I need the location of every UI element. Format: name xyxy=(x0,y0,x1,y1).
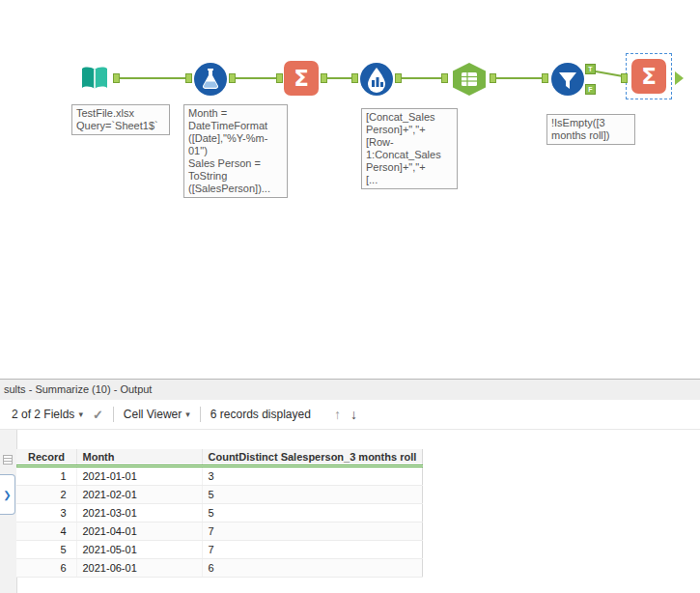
tool-summarize-selected[interactable]: Σ xyxy=(631,59,666,94)
record-cell[interactable]: 2 xyxy=(16,486,76,504)
flask-icon xyxy=(193,62,228,97)
water-drop-icon xyxy=(359,62,394,97)
data-cell[interactable]: 2021-03-01 xyxy=(76,504,202,522)
record-cell[interactable]: 3 xyxy=(16,504,76,522)
fields-dropdown[interactable]: 2 of 2 Fields ▾ xyxy=(12,408,83,421)
workflow-output-arrow[interactable] xyxy=(675,71,684,85)
annotation-multi-row[interactable]: [Concat_Sales Person]+","+ [Row- 1:Conca… xyxy=(361,108,458,189)
alteryx-window: Σ xyxy=(0,0,700,593)
tool-summarize[interactable]: Σ xyxy=(284,61,319,96)
results-panel-title: sults - Summarize (10) - Output xyxy=(0,380,700,401)
data-cell[interactable]: 6 xyxy=(202,559,423,578)
false-port-label: F xyxy=(588,86,592,93)
data-cell[interactable]: 2021-04-01 xyxy=(76,522,202,541)
true-port-label: T xyxy=(588,66,592,72)
tool-filter[interactable] xyxy=(550,62,585,97)
input-port[interactable] xyxy=(542,73,548,83)
connection-line xyxy=(496,77,542,79)
sigma-icon: Σ xyxy=(284,61,319,96)
row-selector-icon[interactable] xyxy=(3,451,13,461)
record-cell[interactable]: 6 xyxy=(16,559,76,578)
down-arrow-icon[interactable]: ↓ xyxy=(350,407,357,422)
output-port[interactable] xyxy=(395,73,402,83)
annotation-filter[interactable]: !IsEmpty([3 months roll]) xyxy=(546,114,635,145)
false-output-port[interactable]: F xyxy=(585,84,596,95)
workflow-canvas[interactable]: Σ xyxy=(0,0,700,379)
data-cell[interactable]: 5 xyxy=(202,504,423,522)
input-port[interactable] xyxy=(441,73,448,83)
table-row[interactable]: 52021-05-017 xyxy=(16,541,423,559)
table-header-row: Record Month CountDistinct Salesperson_3… xyxy=(16,449,423,466)
column-header-month[interactable]: Month xyxy=(76,449,202,466)
record-cell[interactable]: 5 xyxy=(16,541,76,559)
record-cell[interactable]: 4 xyxy=(16,522,76,541)
input-port[interactable] xyxy=(621,73,628,83)
connection-line xyxy=(402,77,441,79)
data-cell[interactable]: 2021-01-01 xyxy=(76,466,202,486)
data-cell[interactable]: 2021-05-01 xyxy=(76,541,202,559)
input-port[interactable] xyxy=(276,73,283,83)
table-row[interactable]: 32021-03-015 xyxy=(16,504,423,522)
annotation-formula[interactable]: Month = DateTimeFormat ([Date],"%Y-%m- 0… xyxy=(183,104,288,198)
chevron-right-icon: ❯ xyxy=(3,490,11,500)
results-toolbar: 2 of 2 Fields ▾ ✓ Cell Viewer ▾ 6 record… xyxy=(0,400,700,430)
data-cell[interactable]: 3 xyxy=(202,466,423,486)
tool-input-data[interactable] xyxy=(77,62,112,97)
output-port[interactable] xyxy=(113,73,120,83)
sigma-glyph: Σ xyxy=(641,64,657,89)
table-row[interactable]: 12021-01-013 xyxy=(16,466,423,486)
tool-formula[interactable] xyxy=(193,62,228,97)
data-cell[interactable]: 5 xyxy=(202,486,423,504)
connection-line xyxy=(120,77,185,79)
true-output-port[interactable]: T xyxy=(585,64,596,74)
apply-check-icon[interactable]: ✓ xyxy=(93,408,103,422)
up-arrow-icon[interactable]: ↑ xyxy=(334,407,341,422)
fields-dropdown-label: 2 of 2 Fields xyxy=(12,408,74,421)
data-cell[interactable]: 2021-02-01 xyxy=(76,486,202,504)
data-cell[interactable]: 7 xyxy=(202,541,423,559)
chevron-down-icon: ▾ xyxy=(185,409,190,419)
sigma-icon: Σ xyxy=(631,59,666,94)
cell-viewer-label: Cell Viewer xyxy=(124,408,182,421)
book-icon xyxy=(77,62,112,97)
connection-line xyxy=(327,77,351,79)
output-port[interactable] xyxy=(490,73,496,83)
tool-multi-row-formula[interactable] xyxy=(359,62,394,97)
toolbar-separator xyxy=(113,407,114,422)
column-header-record[interactable]: Record xyxy=(16,449,76,466)
tool-hexagon-table[interactable] xyxy=(450,62,489,97)
toolbar-separator xyxy=(200,407,201,422)
results-table: Record Month CountDistinct Salesperson_3… xyxy=(16,449,423,578)
table-row[interactable]: 22021-02-015 xyxy=(16,486,423,504)
table-row[interactable]: 42021-04-017 xyxy=(16,522,423,541)
input-port[interactable] xyxy=(351,73,358,83)
records-count-label: 6 records displayed xyxy=(210,408,311,421)
output-port[interactable] xyxy=(229,73,236,83)
table-row[interactable]: 62021-06-016 xyxy=(16,559,423,578)
sigma-glyph: Σ xyxy=(294,66,309,91)
data-cell[interactable]: 7 xyxy=(202,522,423,541)
record-cell[interactable]: 1 xyxy=(16,466,76,486)
funnel-icon xyxy=(550,62,585,97)
column-header-countdistinct[interactable]: CountDistinct Salesperson_3 months roll xyxy=(202,449,423,466)
cell-viewer-dropdown[interactable]: Cell Viewer ▾ xyxy=(124,408,190,421)
results-body: ❯ Record Month CountDistinct Salesperson… xyxy=(0,430,700,593)
hexagon-table-icon xyxy=(450,62,489,97)
data-cell[interactable]: 2021-06-01 xyxy=(76,559,202,578)
annotation-input[interactable]: TestFile.xlsx Query=`Sheet1$` xyxy=(71,104,170,135)
chevron-down-icon: ▾ xyxy=(78,409,83,419)
panel-expander-tab[interactable]: ❯ xyxy=(0,474,15,515)
results-panel: sults - Summarize (10) - Output 2 of 2 F… xyxy=(0,379,700,593)
output-port[interactable] xyxy=(321,73,327,83)
connection-line xyxy=(236,77,276,79)
input-port[interactable] xyxy=(185,73,192,83)
